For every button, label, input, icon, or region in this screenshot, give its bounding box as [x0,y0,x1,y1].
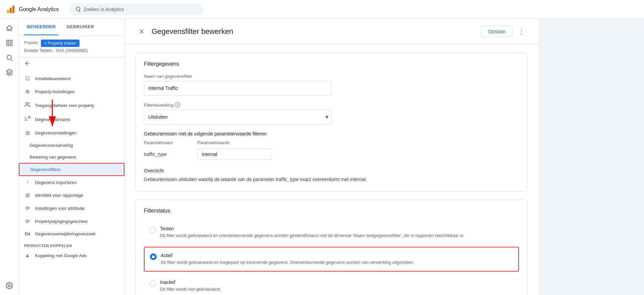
filterstatus-card: Filterstatus Testen Dit filter wordt geë… [136,199,527,295]
installatieassistent-icon: ☑ [24,75,31,82]
svg-rect-2 [12,5,14,13]
top-bar: Google Analytics Zoeken in Analytics [0,0,644,19]
sidebar-item-label: Identiteit voor rapportage [35,193,84,198]
property-instellingen-icon: ⚙ [24,88,31,95]
attributie-icon: ⟳ [24,205,31,212]
modal-title: Gegevensfilter bewerken [152,27,233,36]
param-row: traffic_type [144,147,332,161]
radio-inactief-content: Inactief Dit filter wordt niet geëvaluee… [160,280,221,292]
svg-point-9 [26,102,28,104]
filtergegevens-title: Filtergegevens [144,61,519,67]
more-options-button[interactable]: ⋮ [515,25,527,38]
back-button[interactable] [19,57,124,69]
radio-inactief-label: Inactief [160,280,221,285]
radio-inactief-circle [149,280,156,287]
gegevensinstellingen-icon: ⊞ [24,130,31,136]
nav-explore-icon[interactable] [3,51,16,64]
sidebar-item-gegevensverzameling[interactable]: Gegevensverzameling [19,139,124,151]
sidebar-item-gegevensfilters[interactable]: Gegevensfilters [19,163,124,176]
overzicht-title: Overzicht [144,168,519,173]
verwijdering-icon: Dd [24,232,31,236]
producten-header: PRODUCTEN KOPPELEN [19,240,124,249]
sidebar-item-google-ads[interactable]: ▲ Koppeling met Google Ads [19,249,124,262]
sidebar-item-attributie[interactable]: ⟳ Instellingen voor attributie [19,202,124,215]
tab-beheerder[interactable]: BEHEERDER [24,19,58,35]
property-section: Property + Property maken Ereader Tablet… [19,36,124,57]
sidebar-item-label: Koppeling met Google Ads [35,253,87,258]
modal-close-button[interactable] [136,25,148,38]
param-waarde-cell [198,147,332,161]
google-ads-icon: ▲ [24,252,31,258]
svg-point-10 [28,116,30,118]
sidebar-item-label: Gegevensstreams [35,117,70,122]
filterbewerking-select[interactable]: Uitsluiten Opnemen [144,110,332,124]
sidebar-item-label: Gegevens importeren [35,180,77,185]
radio-option-testen[interactable]: Testen Dit filter wordt geëvalueerd en o… [144,221,519,244]
content-area: Gegevensfilter bewerken Opslaan ⋮ Filter… [125,19,644,295]
tab-gebruiker[interactable]: GEBRUIKER [64,19,97,35]
sidebar: BEHEERDER GEBRUIKER Property + Property … [19,19,125,295]
sidebar-item-label: Installatieassistent [35,76,70,81]
sidebar-item-property-instellingen[interactable]: ⚙ Property-instellingen [19,85,124,98]
modal-body: Filtergegevens Naam van gegevensfilter F… [125,45,538,295]
search-bar[interactable]: Zoeken in Analytics [69,3,204,15]
param-table: Parameternaam Parameterwaarde traffic_ty… [144,140,332,161]
toegangsbeheer-icon [24,102,31,109]
nav-settings-icon[interactable] [3,279,16,292]
svg-rect-5 [6,44,8,46]
radio-testen-desc: Dit filter wordt geëvalueerd en overeenk… [160,233,465,239]
svg-rect-4 [10,40,12,42]
logo-area: Google Analytics [5,4,59,15]
svg-rect-0 [7,10,9,13]
radio-option-actief[interactable]: Actief Dit filter wordt geëvalueerd en t… [144,247,519,272]
sidebar-item-gegevens-importeren[interactable]: ↑ Gegevens importeren [19,176,124,189]
param-waarde-input[interactable] [198,149,271,160]
nav-home-icon[interactable] [3,21,16,35]
radio-inactief-desc: Dit filter wordt niet geëvalueerd. [160,286,221,292]
radio-actief-circle [150,253,157,260]
nav-ads-icon[interactable] [3,66,16,79]
params-form-group: Gebeurtenissen met de volgende parameter… [144,131,519,161]
param-waarde-header: Parameterwaarde [198,140,332,147]
param-naam-header: Parameternaam [144,140,198,147]
gegevens-importeren-icon: ↑ [24,179,31,185]
filterstatus-title: Filterstatus [144,208,519,214]
radio-actief-desc: Dit filter wordt geëvalueerd en toegepas… [161,259,415,266]
save-button[interactable]: Opslaan [481,26,513,37]
sidebar-item-label: Instellingen voor attributie [35,206,85,211]
radio-option-inactief[interactable]: Inactief Dit filter wordt niet geëvaluee… [144,274,519,295]
gegevensstreams-icon [24,116,31,123]
sidebar-item-label: Bewaring van gegevens [30,155,76,160]
sidebar-item-bewaring[interactable]: Bewaring van gegevens [19,151,124,163]
sidebar-nav: ☑ Installatieassistent ⚙ Property-instel… [19,69,124,264]
naam-input[interactable] [144,81,332,96]
filterbewerking-info-icon[interactable]: i [175,102,180,108]
sidebar-item-identiteit[interactable]: ⊞ Identiteit voor rapportage [19,189,124,202]
more-icon: ⋮ [518,27,525,36]
overzicht-value: internal [350,177,366,182]
left-nav [0,19,19,295]
sidebar-item-wijzigingsgeschied[interactable]: ⟳ Propertywijzigingsgeschied [19,215,124,228]
filterbewerking-select-wrapper: Uitsluiten Opnemen ▾ [144,110,332,124]
property-name: Ereader Tablets - GA4 (294583682) [24,48,119,53]
sidebar-item-installatieassistent[interactable]: ☑ Installatieassistent [19,72,124,85]
params-title: Gebeurtenissen met de volgende parameter… [144,131,519,136]
property-make-button[interactable]: + Property maken [41,40,79,47]
nav-reports-icon[interactable] [3,36,16,50]
overzicht-text-mid: exact overeenkomt met [299,177,350,182]
radio-testen-label: Testen [160,226,465,231]
sidebar-item-gegevensstreams[interactable]: Gegevensstreams [19,112,124,126]
sidebar-item-verwijdering[interactable]: Dd Gegevensverwijderingsverzoek [19,228,124,240]
sidebar-item-gegevensinstellingen[interactable]: ⊞ Gegevensinstellingen [19,126,124,139]
radio-testen-circle [149,227,156,233]
svg-rect-6 [10,44,12,46]
search-icon [75,6,81,12]
radio-actief-content: Actief Dit filter wordt geëvalueerd en t… [161,253,415,266]
back-arrow-icon [24,60,31,67]
sidebar-item-label: Property-instellingen [35,89,75,94]
modal-actions: Opslaan ⋮ [481,25,527,38]
param-naam-cell: traffic_type [144,147,198,161]
overzicht-param: traffic_type [276,177,299,182]
sidebar-item-label: Gegevensfilters [30,167,60,172]
sidebar-item-toegangsbeheer[interactable]: Toegangsbeheer voor property [19,98,124,112]
